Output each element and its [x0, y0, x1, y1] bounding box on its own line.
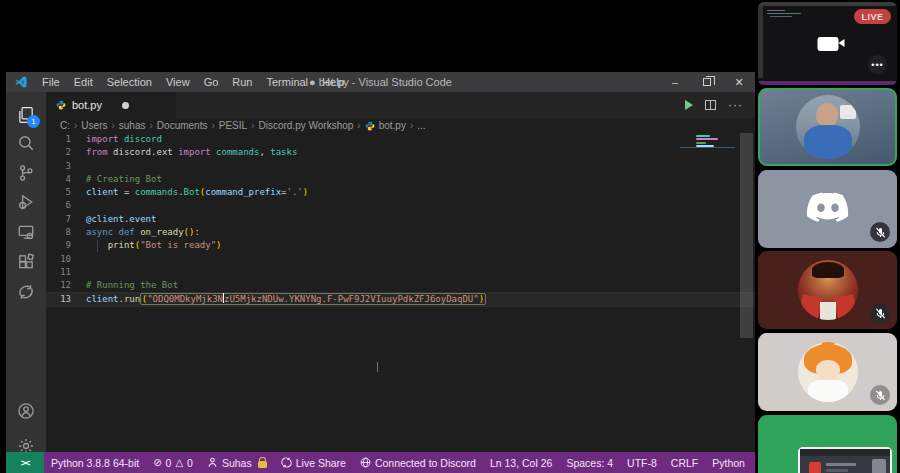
discord-connection[interactable]: Connected to Discord [353, 452, 483, 473]
run-debug-icon[interactable] [17, 193, 35, 211]
code-line[interactable]: 7@client.event [46, 213, 755, 226]
stream-preview-tile[interactable]: LIVE ••• [758, 2, 897, 85]
code-line[interactable]: 13client.run("ODQ0MDkyMjk3NzU5MjkzNDUw.Y… [46, 293, 755, 306]
menu-selection[interactable]: Selection [100, 72, 159, 92]
line-number: 1 [46, 133, 86, 146]
vscode-logo-icon [14, 75, 28, 89]
code-line[interactable]: 8async def on_ready(): [46, 226, 755, 239]
live-badge: LIVE [854, 9, 891, 24]
mini-code-line [770, 16, 792, 17]
language-mode[interactable]: Python [705, 452, 752, 473]
speaker-video-tile[interactable] [758, 88, 897, 166]
pip-window [798, 447, 892, 473]
breadcrumb-item[interactable]: Documents [157, 120, 208, 131]
breadcrumb-item[interactable]: PESIL [219, 120, 247, 131]
restore-icon [703, 78, 711, 86]
line-number: 4 [46, 173, 86, 186]
line-number: 10 [46, 253, 86, 266]
editor-more-actions-icon[interactable]: ··· [728, 98, 743, 112]
code-line[interactable]: 9 print("Bot is ready") [46, 239, 755, 252]
mic-muted-icon [870, 303, 890, 323]
code-line[interactable]: 11 [46, 266, 755, 279]
restore-button[interactable] [691, 72, 723, 92]
eol-sequence[interactable]: CRLF [664, 452, 705, 473]
line-number: 2 [46, 146, 86, 159]
line-number: 8 [46, 226, 86, 239]
participant-tile[interactable] [758, 170, 897, 248]
participant-tile[interactable] [758, 333, 897, 411]
python-file-icon [365, 121, 375, 131]
person-icon [207, 457, 218, 468]
extensions-icon[interactable] [17, 253, 35, 271]
breadcrumb[interactable]: C:› Users› suhas› Documents› PESIL› Disc… [46, 118, 755, 133]
code-line[interactable]: 2from discord.ext import commands, tasks [46, 146, 755, 159]
code-line[interactable]: 5client = commands.Bot(command_prefix='.… [46, 186, 755, 199]
chevron-right-icon: › [111, 120, 114, 131]
code-line[interactable]: 12# Running the Bot [46, 279, 755, 292]
vscode-window: File Edit Selection View Go Run Terminal… [6, 72, 755, 473]
menu-go[interactable]: Go [197, 72, 226, 92]
menu-view[interactable]: View [159, 72, 197, 92]
menu-edit[interactable]: Edit [67, 72, 100, 92]
encoding[interactable]: UTF-8 [620, 452, 664, 473]
accounts-icon[interactable] [17, 402, 35, 420]
code-line[interactable]: 10 [46, 253, 755, 266]
status-bar: >< Python 3.8.8 64-bit ⊘0 △0 Suhas Live … [6, 452, 755, 473]
menu-file[interactable]: File [35, 72, 67, 92]
menu-run[interactable]: Run [225, 72, 259, 92]
close-button[interactable]: ✕ [723, 72, 755, 92]
participant-tile[interactable] [758, 251, 897, 329]
unsaved-dot-icon[interactable] [122, 102, 129, 109]
live-share-icon[interactable] [17, 283, 35, 301]
line-number: 11 [46, 266, 86, 279]
breadcrumb-item[interactable]: Discord.py Workshop [258, 120, 353, 131]
line-number: 5 [46, 186, 86, 199]
window-title: ● bot.py - Visual Studio Code [309, 76, 452, 88]
explorer-badge: 1 [27, 115, 40, 128]
tab-botpy[interactable]: bot.py [46, 92, 176, 118]
liveshare-button[interactable]: Live Share [274, 452, 353, 473]
breadcrumb-item[interactable]: C: [60, 120, 70, 131]
mini-code-line [767, 10, 785, 11]
chevron-right-icon: › [211, 120, 214, 131]
python-file-icon [56, 100, 66, 110]
minimap-slider-edge [680, 147, 735, 148]
search-icon[interactable] [17, 134, 35, 152]
code-editor[interactable]: 1import discord2from discord.ext import … [46, 133, 755, 452]
mic-muted-icon [870, 385, 890, 405]
indent-guide [97, 240, 98, 252]
code-line[interactable]: 6 [46, 199, 755, 212]
code-area[interactable]: 1import discord2from discord.ext import … [46, 133, 755, 306]
menu-terminal[interactable]: Terminal [260, 72, 316, 92]
screen: File Edit Selection View Go Run Terminal… [0, 0, 900, 473]
breadcrumb-symbol[interactable]: ... [417, 120, 425, 131]
code-line[interactable]: 3 [46, 160, 755, 173]
vertical-scrollbar[interactable] [740, 133, 753, 338]
screen-share-tile[interactable] [758, 415, 897, 473]
lock-icon [258, 461, 267, 468]
split-editor-icon[interactable] [705, 100, 716, 110]
minimize-button[interactable]: – [659, 72, 691, 92]
remote-explorer-icon[interactable] [17, 223, 35, 241]
tab-bar: bot.py ··· [46, 92, 755, 118]
breadcrumb-file[interactable]: bot.py [379, 120, 406, 131]
source-control-icon[interactable] [17, 164, 35, 182]
python-interpreter[interactable]: Python 3.8.8 64-bit [44, 452, 146, 473]
breadcrumb-item[interactable]: suhas [119, 120, 146, 131]
speaker-avatar [796, 95, 860, 159]
breadcrumb-item[interactable]: Users [81, 120, 107, 131]
minimap[interactable] [694, 133, 722, 193]
stream-options-icon[interactable]: ••• [868, 55, 887, 74]
chevron-right-icon: › [251, 120, 254, 131]
code-line[interactable]: 1import discord [46, 133, 755, 146]
code-line[interactable]: 4# Creating Bot [46, 173, 755, 186]
title-bar: File Edit Selection View Go Run Terminal… [6, 72, 755, 92]
indentation[interactable]: Spaces: 4 [559, 452, 620, 473]
line-number: 3 [46, 160, 86, 173]
liveshare-session[interactable]: Suhas [200, 452, 274, 473]
problems-indicator[interactable]: ⊘0 △0 [146, 452, 200, 473]
run-file-button[interactable] [685, 100, 693, 110]
cursor-position[interactable]: Ln 13, Col 26 [483, 452, 559, 473]
remote-indicator[interactable]: >< [6, 452, 44, 473]
explorer-icon[interactable]: 1 [17, 106, 35, 124]
